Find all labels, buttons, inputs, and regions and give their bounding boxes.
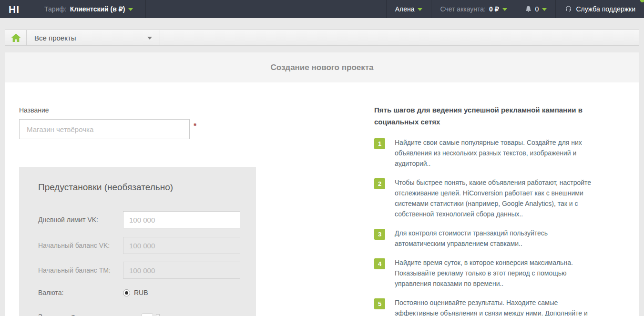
daily-limit-vk-input[interactable] (123, 211, 240, 228)
account-balance-menu[interactable]: Счет аккаунта: 0 ₽ (431, 0, 515, 18)
step-number-badge: 1 (374, 138, 385, 149)
cutoff-label-fragment: З (38, 312, 42, 316)
tips-heading: Пять шагов для ведения успешной рекламно… (374, 104, 586, 128)
project-selector-dropdown[interactable]: Все проекты (27, 30, 160, 45)
presets-title: Предустановки (необязательно) (38, 182, 173, 193)
project-selector-value: Все проекты (34, 34, 76, 42)
bell-icon (525, 5, 532, 13)
tariff-label: Тариф: (44, 5, 67, 13)
step-text: Для контроля стоимости транзакций пользу… (395, 228, 598, 249)
cutoff-control-fragment (156, 314, 160, 316)
chevron-down-icon (542, 8, 547, 11)
start-balance-vk-input (123, 237, 240, 254)
headset-icon (564, 5, 572, 13)
tariff-value: Клиентский (в ₽) (70, 5, 125, 13)
preset-row-cutoff: З т ▲ (38, 312, 240, 316)
start-balance-vk-label: Начальный баланс VK: (38, 242, 123, 249)
currency-value-label: RUB (134, 289, 148, 296)
project-name-input[interactable] (19, 119, 190, 139)
support-link[interactable]: Служба поддержки (555, 0, 644, 18)
user-menu[interactable]: Алена (386, 0, 431, 18)
app-logo[interactable]: HI (0, 0, 36, 18)
home-icon (11, 33, 21, 42)
logo-text: HI (9, 4, 23, 14)
tip-step-4: 4 Найдите время суток, в которое конверс… (374, 257, 598, 289)
preset-row-daily-limit-vk: Дневной лимит VK: (38, 211, 240, 228)
notifications-count: 0 (535, 5, 539, 13)
page-title: Создание нового проекта (270, 63, 373, 72)
tip-step-3: 3 Для контроля стоимости транзакций поль… (374, 228, 598, 249)
chevron-down-icon (502, 8, 507, 11)
step-text: Чтобы быстрее понять, какие объявления р… (395, 177, 598, 219)
currency-radio-rub[interactable] (123, 289, 130, 296)
step-text: Найдите время суток, в которое конверсия… (395, 257, 598, 289)
preset-row-currency: Валюта: RUB (38, 284, 240, 301)
navbar-right: Алена Счет аккаунта: 0 ₽ 0 Служба поддер… (386, 0, 644, 18)
step-text: Постоянно оценивайте результаты. Находит… (395, 297, 598, 316)
step-number-badge: 2 (374, 178, 385, 189)
step-number-badge: 3 (374, 229, 385, 240)
content-card: Создание нового проекта Название * Преду… (5, 52, 639, 316)
account-value: 0 ₽ (489, 5, 499, 13)
support-label: Служба поддержки (576, 5, 635, 13)
page-header-band: Создание нового проекта (5, 52, 639, 82)
breadcrumb-bar: Все проекты (5, 30, 639, 46)
tips-column: Пять шагов для ведения успешной рекламно… (374, 104, 598, 316)
navbar-spacer (146, 0, 386, 18)
required-asterisk: * (194, 122, 196, 131)
step-text: Найдите свои самые популярные товары. Со… (395, 137, 598, 169)
stepper-up-button[interactable]: ▲ (142, 313, 153, 316)
account-label: Счет аккаунта: (440, 5, 486, 13)
home-button[interactable] (5, 30, 27, 45)
currency-label: Валюта: (38, 289, 123, 296)
logo-green-dot-icon (640, 0, 644, 2)
chevron-down-icon (147, 37, 152, 40)
project-name-label: Название (19, 106, 49, 114)
start-balance-tm-label: Начальный баланс ТМ: (38, 266, 123, 274)
cutoff-label-fragment: т (72, 312, 75, 316)
step-number-badge: 4 (374, 258, 385, 269)
tip-step-5: 5 Постоянно оценивайте результаты. Наход… (374, 297, 598, 316)
tip-step-1: 1 Найдите свои самые популярные товары. … (374, 137, 598, 169)
radio-dot (125, 291, 128, 295)
preset-row-start-balance-tm: Начальный баланс ТМ: (38, 262, 240, 279)
tariff-dropdown[interactable]: Тариф: Клиентский (в ₽) (36, 0, 146, 18)
top-navbar: HI Тариф: Клиентский (в ₽) Алена Счет ак… (0, 0, 644, 18)
presets-panel: Предустановки (необязательно) Дневной ли… (19, 167, 256, 316)
chevron-down-icon (128, 8, 133, 11)
chevron-down-icon (418, 8, 422, 11)
daily-limit-vk-label: Дневной лимит VK: (38, 216, 123, 224)
user-name: Алена (395, 5, 415, 13)
start-balance-tm-input (123, 262, 240, 279)
step-number-badge: 5 (374, 298, 385, 309)
notifications-menu[interactable]: 0 (516, 0, 556, 18)
preset-row-start-balance-vk: Начальный баланс VK: (38, 237, 240, 254)
tip-step-2: 2 Чтобы быстрее понять, какие объявления… (374, 177, 598, 219)
